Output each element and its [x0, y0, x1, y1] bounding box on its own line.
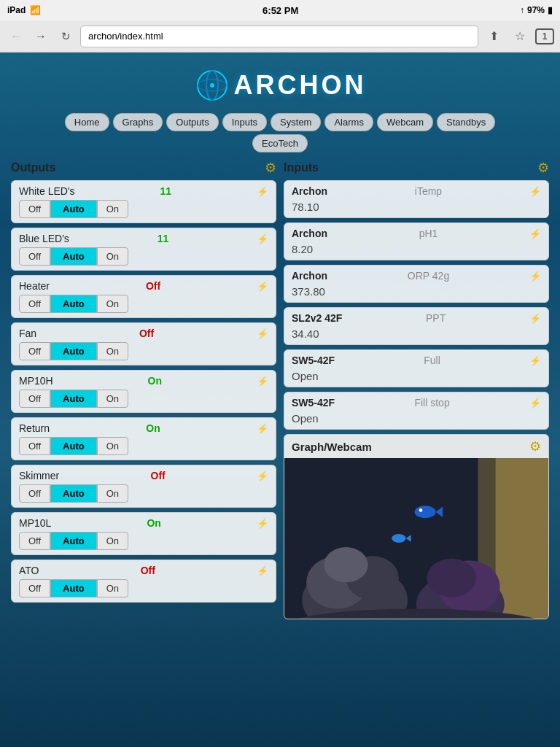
output-name: White LED's	[19, 185, 75, 197]
btn-on-3[interactable]: On	[97, 342, 128, 360]
output-card-ato: ATO Off ⚡ Off Auto On	[11, 560, 276, 603]
btn-on-5[interactable]: On	[97, 437, 128, 455]
nav-ecotech[interactable]: EcoTech	[252, 134, 308, 152]
filter-icon: ⚡	[257, 186, 268, 197]
output-card-blue-led's: Blue LED's 11 ⚡ Off Auto On	[11, 228, 276, 271]
btn-auto-3[interactable]: Auto	[50, 342, 97, 360]
input-name: PPT	[426, 312, 446, 324]
btn-on-6[interactable]: On	[97, 484, 128, 503]
btn-off-1[interactable]: Off	[19, 247, 50, 266]
input-filter-icon: ⚡	[529, 186, 541, 197]
output-card-return: Return On ⚡ Off Auto On	[11, 417, 276, 460]
output-card-heater: Heater Off ⚡ Off Auto On	[11, 275, 276, 318]
url-input[interactable]	[80, 26, 478, 47]
btn-off-7[interactable]: Off	[19, 532, 50, 550]
input-filter-icon: ⚡	[529, 355, 541, 366]
share-button[interactable]: ⬆	[483, 26, 505, 47]
btn-off-0[interactable]: Off	[19, 200, 50, 218]
input-value: 34.40	[292, 326, 541, 340]
output-status: 11	[160, 185, 172, 197]
input-name: Full	[424, 355, 440, 366]
btn-auto-4[interactable]: Auto	[50, 390, 97, 408]
btn-off-6[interactable]: Off	[19, 484, 50, 503]
nav-inputs[interactable]: Inputs	[222, 113, 267, 131]
input-row1: SW5-42F Fill stop ⚡	[292, 397, 541, 409]
filter-icon: ⚡	[257, 281, 268, 292]
input-source: Archon	[292, 228, 327, 239]
inputs-column: Inputs ⚙ Archon iTemp ⚡ 78.10 Archon pH1…	[284, 160, 549, 619]
input-value: 373.80	[292, 284, 541, 298]
btn-off-8[interactable]: Off	[19, 579, 50, 597]
nav-webcam[interactable]: Webcam	[377, 113, 433, 131]
output-name: MP10L	[19, 517, 51, 529]
nav-graphs[interactable]: Graphs	[113, 113, 163, 131]
output-row1: Heater Off ⚡	[19, 280, 268, 292]
webcam-image	[284, 458, 548, 619]
btn-off-2[interactable]: Off	[19, 295, 50, 313]
svg-point-14	[415, 506, 436, 518]
btn-on-4[interactable]: On	[97, 390, 128, 408]
input-value: 78.10	[292, 199, 541, 213]
output-controls: Off Auto On	[19, 247, 268, 266]
nav-outputs[interactable]: Outputs	[166, 113, 219, 131]
input-row1: Archon ORP 42g ⚡	[292, 270, 541, 282]
graph-gear-icon[interactable]: ⚙	[529, 438, 541, 454]
btn-auto-8[interactable]: Auto	[50, 579, 97, 597]
btn-auto-1[interactable]: Auto	[50, 247, 97, 266]
btn-on-2[interactable]: On	[97, 295, 128, 313]
btn-off-5[interactable]: Off	[19, 437, 50, 455]
inputs-title: Inputs	[284, 161, 319, 174]
input-card-2: Archon ORP 42g ⚡ 373.80	[284, 265, 549, 303]
output-controls: Off Auto On	[19, 200, 268, 218]
forward-button[interactable]: →	[31, 26, 51, 47]
logo-text: ARCHON	[234, 70, 367, 101]
refresh-button[interactable]: ↻	[55, 26, 76, 47]
inputs-list: Archon iTemp ⚡ 78.10 Archon pH1 ⚡ 8.20 A…	[284, 180, 549, 430]
browser-bar: ← → ↻ ⬆ ☆ 1	[0, 20, 560, 53]
output-status: Off	[139, 328, 154, 339]
logo-area: ARCHON	[11, 60, 549, 107]
btn-auto-0[interactable]: Auto	[50, 200, 97, 218]
battery-level: 97%	[527, 5, 545, 15]
graph-webcam-section: Graph/Webcam ⚙	[284, 434, 549, 619]
output-name: Heater	[19, 280, 50, 292]
output-controls: Off Auto On	[19, 484, 268, 503]
inputs-gear-icon[interactable]: ⚙	[537, 160, 549, 176]
btn-on-0[interactable]: On	[97, 200, 128, 218]
output-row1: ATO Off ⚡	[19, 565, 268, 576]
graph-header: Graph/Webcam ⚙	[284, 435, 548, 458]
input-row1: SW5-42F Full ⚡	[292, 355, 541, 366]
tab-count[interactable]: 1	[535, 28, 554, 44]
filter-icon: ⚡	[257, 328, 268, 339]
input-row1: SL2v2 42F PPT ⚡	[292, 312, 541, 324]
filter-icon: ⚡	[257, 376, 268, 387]
btn-off-4[interactable]: Off	[19, 390, 50, 408]
back-button[interactable]: ←	[6, 26, 26, 47]
output-status: Off	[146, 280, 160, 292]
btn-off-3[interactable]: Off	[19, 342, 50, 360]
outputs-gear-icon[interactable]: ⚙	[265, 160, 276, 176]
output-row1: MP10L On ⚡	[19, 517, 268, 529]
nav-system[interactable]: System	[271, 113, 321, 131]
btn-auto-7[interactable]: Auto	[50, 532, 97, 550]
nav-alarms[interactable]: Alarms	[324, 113, 373, 131]
nav-standbys[interactable]: Standbys	[437, 113, 495, 131]
btn-auto-6[interactable]: Auto	[50, 484, 97, 503]
outputs-title: Outputs	[11, 161, 55, 174]
output-name: Return	[19, 422, 50, 434]
btn-on-7[interactable]: On	[97, 532, 128, 550]
nav-home[interactable]: Home	[65, 113, 109, 131]
btn-on-8[interactable]: On	[97, 579, 128, 597]
filter-icon: ⚡	[257, 518, 268, 529]
output-status: 11	[158, 233, 169, 244]
btn-auto-5[interactable]: Auto	[50, 437, 97, 455]
output-controls: Off Auto On	[19, 390, 268, 408]
input-value: Open	[292, 368, 541, 382]
status-time: 6:52 PM	[262, 5, 298, 16]
aquarium-scene	[284, 458, 548, 619]
bookmark-button[interactable]: ☆	[509, 26, 531, 47]
input-card-0: Archon iTemp ⚡ 78.10	[284, 180, 549, 218]
btn-on-1[interactable]: On	[97, 247, 128, 266]
output-controls: Off Auto On	[19, 437, 268, 455]
btn-auto-2[interactable]: Auto	[50, 295, 97, 313]
